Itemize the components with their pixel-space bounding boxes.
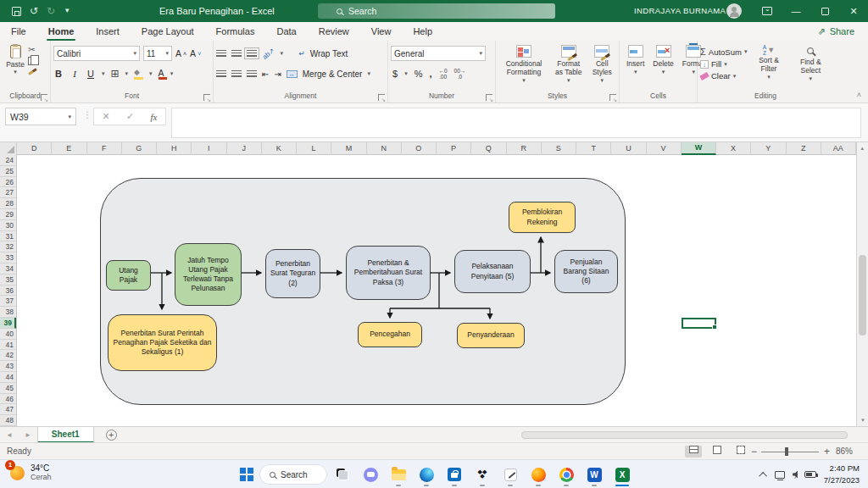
- column-header-F[interactable]: F: [87, 142, 122, 155]
- row-header-33[interactable]: 33: [0, 252, 16, 263]
- font-color-icon[interactable]: A: [159, 69, 164, 80]
- network-icon[interactable]: [775, 471, 785, 479]
- avatar[interactable]: [726, 3, 742, 19]
- column-header-E[interactable]: E: [52, 142, 86, 155]
- row-header-45[interactable]: 45: [0, 383, 16, 394]
- dropbox-button[interactable]: ◆◆◆: [474, 466, 491, 483]
- save-icon[interactable]: [12, 7, 21, 16]
- paste-button[interactable]: Paste ▾: [3, 43, 28, 91]
- row-header-36[interactable]: 36: [0, 286, 16, 297]
- column-header-X[interactable]: X: [716, 142, 751, 155]
- row-header-39[interactable]: 39: [0, 318, 16, 329]
- sheet-tab-sheet1[interactable]: Sheet1: [37, 427, 94, 443]
- row-header-30[interactable]: 30: [0, 220, 16, 231]
- ribbon-tab-view[interactable]: View: [360, 22, 403, 41]
- alignment-dialog-launcher[interactable]: [378, 94, 385, 101]
- cancel-icon[interactable]: ✕: [103, 111, 110, 122]
- column-header-L[interactable]: L: [297, 142, 331, 155]
- row-header-34[interactable]: 34: [0, 263, 16, 274]
- align-bottom-icon[interactable]: [247, 50, 257, 57]
- flow-node-surat-teguran[interactable]: Penerbitan Surat Teguran (2): [265, 249, 320, 298]
- chrome-button[interactable]: [558, 466, 575, 483]
- page-layout-view-button[interactable]: [709, 446, 726, 458]
- select-all-corner[interactable]: [0, 142, 17, 155]
- format-painter-icon[interactable]: [28, 68, 37, 75]
- share-button[interactable]: ⇗ Share: [817, 22, 854, 41]
- underline-button[interactable]: U: [86, 69, 96, 79]
- formula-input[interactable]: [171, 108, 861, 138]
- number-dialog-launcher[interactable]: [486, 94, 492, 101]
- conditional-formatting-button[interactable]: Conditional Formatting ▾: [498, 43, 549, 91]
- tray-expand-icon[interactable]: [759, 471, 767, 480]
- firefox-button[interactable]: [530, 466, 547, 483]
- align-left-icon[interactable]: [216, 70, 226, 77]
- increase-indent-icon[interactable]: ⇥: [274, 69, 281, 79]
- taskbar-search[interactable]: Search: [259, 464, 327, 485]
- row-header-43[interactable]: 43: [0, 361, 16, 372]
- zoom-in-button[interactable]: +: [824, 443, 830, 460]
- italic-button[interactable]: I: [70, 69, 80, 79]
- vertical-scrollbar[interactable]: ▼: [856, 155, 868, 426]
- column-header-G[interactable]: G: [122, 142, 157, 155]
- flow-node-penjualan-barang-sitaan[interactable]: Penjualan Barang Sitaan (6): [554, 250, 618, 293]
- row-header-28[interactable]: 28: [0, 198, 16, 209]
- clear-button[interactable]: Clear ▾: [700, 71, 747, 80]
- ribbon-tab-file[interactable]: File: [0, 22, 37, 41]
- ribbon-display-options-button[interactable]: [753, 0, 782, 22]
- styles-dialog-launcher[interactable]: [609, 94, 616, 101]
- ribbon-tab-home[interactable]: Home: [37, 22, 86, 41]
- column-header-M[interactable]: M: [331, 142, 366, 155]
- row-header-42[interactable]: 42: [0, 350, 16, 361]
- column-header-V[interactable]: V: [647, 142, 682, 155]
- column-header-U[interactable]: U: [611, 142, 646, 155]
- row-header-24[interactable]: 24: [0, 155, 16, 166]
- edge-button[interactable]: [418, 466, 435, 483]
- ribbon-tab-page-layout[interactable]: Page Layout: [131, 22, 205, 41]
- ribbon-tab-review[interactable]: Review: [308, 22, 360, 41]
- new-sheet-button[interactable]: +: [106, 430, 117, 441]
- column-header-P[interactable]: P: [437, 142, 471, 155]
- autosum-button[interactable]: Σ AutoSum ▾: [700, 47, 747, 57]
- row-header-37[interactable]: 37: [0, 296, 16, 307]
- font-dialog-launcher[interactable]: [203, 94, 210, 101]
- row-header-31[interactable]: 31: [0, 231, 16, 242]
- column-header-K[interactable]: K: [262, 142, 297, 155]
- flow-node-surat-paksa[interactable]: Penerbitan & Pemberitahuan Surat Paksa (…: [346, 246, 431, 300]
- increase-font-icon[interactable]: A˄: [175, 48, 186, 58]
- vertical-scroll-thumb[interactable]: [859, 255, 866, 336]
- sheet-canvas[interactable]: Utang Pajak Jatuh Tempo Utang Pajak Terl…: [17, 155, 856, 426]
- excel-button[interactable]: X: [614, 466, 631, 483]
- zoom-level[interactable]: 86%: [836, 443, 853, 460]
- flow-node-penyitaan[interactable]: Pelaksanaan Penyitaan (5): [454, 250, 531, 293]
- microsoft-store-button[interactable]: [446, 466, 463, 483]
- column-header-I[interactable]: I: [192, 142, 226, 155]
- font-size-select[interactable]: 11▾: [143, 46, 172, 61]
- increase-decimal-icon[interactable]: ←0.00: [438, 68, 447, 80]
- scroll-down-button[interactable]: ▼: [857, 415, 868, 426]
- copy-icon[interactable]: [28, 57, 35, 65]
- decrease-font-icon[interactable]: A˅: [190, 48, 201, 58]
- flow-node-pencegahan[interactable]: Pencegahan: [358, 322, 422, 347]
- sort-filter-button[interactable]: AZ▼ Sort & Filter ▾: [750, 43, 787, 91]
- column-header-J[interactable]: J: [227, 142, 262, 155]
- align-middle-icon[interactable]: [231, 50, 242, 57]
- insert-cells-button[interactable]: Insert ▾: [622, 43, 648, 91]
- column-header-N[interactable]: N: [367, 142, 402, 155]
- wrap-text-button[interactable]: Wrap Text: [310, 49, 348, 58]
- column-header-Y[interactable]: Y: [751, 142, 786, 155]
- delete-cells-button[interactable]: Delete ▾: [648, 43, 678, 91]
- close-button[interactable]: ✕: [839, 0, 868, 22]
- flow-node-utang-pajak[interactable]: Utang Pajak: [106, 260, 151, 291]
- row-header-44[interactable]: 44: [0, 372, 16, 383]
- user-name[interactable]: INDRAJAYA BURNAMA: [634, 0, 726, 22]
- column-header-W[interactable]: W: [682, 142, 716, 155]
- row-header-26[interactable]: 26: [0, 177, 16, 188]
- merge-center-icon[interactable]: ↔: [287, 70, 298, 78]
- scroll-up-button[interactable]: ▲: [856, 142, 868, 155]
- decrease-decimal-icon[interactable]: 00→.0: [454, 68, 466, 80]
- sheet-nav-left-icon[interactable]: ◄: [0, 431, 19, 439]
- collapse-ribbon-icon[interactable]: ˄: [857, 91, 861, 99]
- row-header-46[interactable]: 46: [0, 394, 16, 405]
- zoom-slider-track[interactable]: [761, 452, 819, 453]
- flow-node-surat-perintah[interactable]: Penerbitan Surat Perintah Penagihan Paja…: [108, 314, 217, 371]
